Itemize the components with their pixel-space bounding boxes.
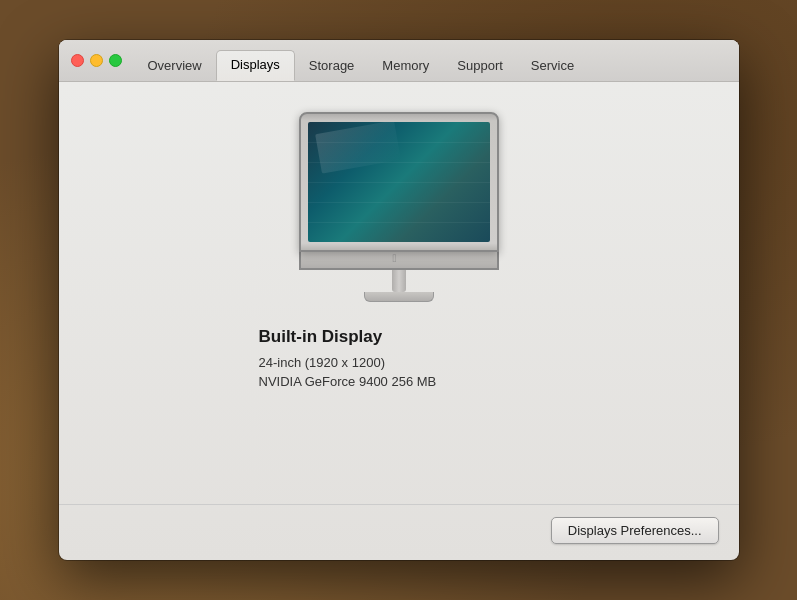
tab-support[interactable]: Support — [443, 52, 517, 81]
tab-overview[interactable]: Overview — [134, 52, 216, 81]
monitor-screen — [308, 122, 490, 242]
traffic-lights — [71, 54, 122, 77]
display-graphics: NVIDIA GeForce 9400 256 MB — [259, 374, 599, 389]
apple-logo:  — [393, 253, 405, 267]
about-this-mac-window: Overview Displays Storage Memory Support… — [59, 40, 739, 560]
stand-base — [364, 292, 434, 302]
tab-service[interactable]: Service — [517, 52, 588, 81]
imac-illustration:  — [299, 112, 499, 302]
monitor-body — [299, 112, 499, 252]
main-content:  Built-in Display 24-inch (1920 x 1200)… — [59, 82, 739, 504]
bottom-bar: Displays Preferences... — [59, 504, 739, 560]
display-name: Built-in Display — [259, 327, 599, 347]
maximize-button[interactable] — [109, 54, 122, 67]
tab-storage[interactable]: Storage — [295, 52, 369, 81]
display-size: 24-inch (1920 x 1200) — [259, 355, 599, 370]
imac-graphic:  — [299, 112, 499, 302]
tab-bar: Overview Displays Storage Memory Support… — [134, 50, 589, 81]
screen-lines — [308, 122, 490, 242]
displays-preferences-button[interactable]: Displays Preferences... — [551, 517, 719, 544]
stand-neck — [392, 270, 406, 292]
titlebar: Overview Displays Storage Memory Support… — [59, 40, 739, 82]
monitor-chin:  — [299, 252, 499, 270]
close-button[interactable] — [71, 54, 84, 67]
tab-memory[interactable]: Memory — [368, 52, 443, 81]
tab-displays[interactable]: Displays — [216, 50, 295, 81]
minimize-button[interactable] — [90, 54, 103, 67]
display-info: Built-in Display 24-inch (1920 x 1200) N… — [199, 327, 599, 393]
